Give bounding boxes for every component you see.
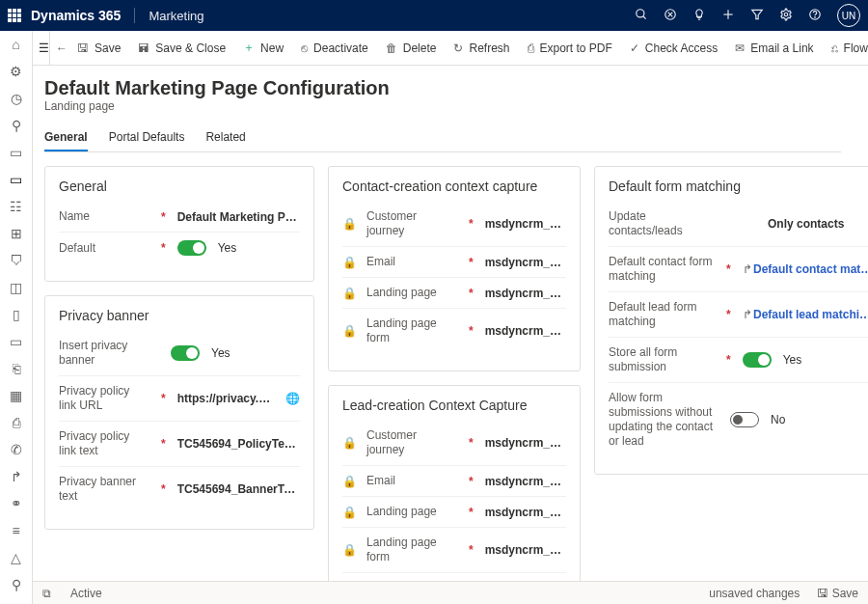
add-icon[interactable] bbox=[721, 8, 735, 24]
delete-label: Delete bbox=[403, 41, 437, 55]
trash-icon: 🗑 bbox=[386, 41, 397, 55]
rail-item-16[interactable]: △ bbox=[11, 550, 21, 565]
lightbulb-icon[interactable] bbox=[692, 8, 706, 24]
global-nav: Dynamics 365 Marketing UN bbox=[0, 0, 868, 31]
back-button[interactable]: ← bbox=[56, 41, 68, 55]
save-close-button[interactable]: 🖬Save & Close bbox=[130, 31, 233, 65]
export-pdf-button[interactable]: ⎙Export to PDF bbox=[520, 31, 620, 65]
lc-lpf-value[interactable]: msdyncrm_marketingf… bbox=[485, 543, 566, 557]
allow-toggle[interactable] bbox=[730, 412, 759, 427]
check-access-button[interactable]: ✓Check Access bbox=[622, 31, 725, 65]
insert-banner-toggle[interactable] bbox=[171, 345, 200, 361]
save-icon: 🖫 bbox=[817, 587, 828, 600]
rail-item-10[interactable]: ▦ bbox=[10, 388, 22, 403]
status-save-button[interactable]: 🖫 Save bbox=[817, 587, 858, 600]
required-indicator: * bbox=[161, 482, 166, 496]
required-indicator: * bbox=[161, 437, 166, 451]
lc-email-value[interactable]: msdyncrm_emailid bbox=[485, 475, 566, 488]
help-icon[interactable] bbox=[808, 8, 822, 24]
default-value: Yes bbox=[218, 241, 237, 255]
store-label: Store all form submission bbox=[609, 345, 715, 374]
new-button[interactable]: ＋New bbox=[235, 31, 291, 65]
avatar[interactable]: UN bbox=[837, 4, 860, 27]
delete-button[interactable]: 🗑Delete bbox=[378, 31, 445, 65]
dcf-value[interactable]: Default contact mat… bbox=[743, 262, 868, 276]
site-map-rail: ⌂ ⚙ ◷ ⚲ ▭ ▭ ☷ ⊞ ⛉ ◫ ▯ ▭ ⎗ ▦ ⎙ ✆ ↱ ⚭ ≡ △ … bbox=[0, 31, 33, 604]
svg-point-6 bbox=[784, 13, 788, 16]
lock-icon: 🔒 bbox=[342, 256, 357, 269]
svg-marker-5 bbox=[752, 10, 763, 18]
app-launcher-icon[interactable] bbox=[8, 9, 21, 22]
rail-clock-icon[interactable]: ◷ bbox=[11, 91, 22, 106]
flow-button[interactable]: ⎌Flow⌄ bbox=[824, 31, 868, 65]
dlf-value[interactable]: Default lead matchi… bbox=[743, 308, 868, 321]
lock-icon: 🔒 bbox=[342, 324, 357, 338]
policy-text-value[interactable]: TC545694_PolicyText_Rng bbox=[177, 437, 300, 451]
tab-portal-defaults[interactable]: Portal Defaults bbox=[109, 124, 185, 151]
rail-item-8[interactable]: ▭ bbox=[10, 334, 22, 349]
cc-lp-label: Landing page bbox=[366, 286, 457, 300]
name-label: Name bbox=[59, 209, 149, 224]
rail-item-7[interactable]: ▯ bbox=[13, 307, 20, 322]
store-toggle[interactable] bbox=[743, 352, 772, 368]
deactivate-label: Deactivate bbox=[313, 41, 368, 55]
rail-item-14[interactable]: ⚭ bbox=[11, 496, 22, 511]
rail-item-13[interactable]: ↱ bbox=[11, 469, 22, 484]
card-form-matching: Default form matching Update contacts/le… bbox=[594, 166, 868, 475]
rail-item-6[interactable]: ◫ bbox=[10, 280, 22, 295]
brand[interactable]: Dynamics 365 bbox=[31, 8, 135, 23]
rail-item-1[interactable]: ▭ bbox=[10, 145, 22, 160]
cc-cj-value[interactable]: msdyncrm_customerjo… bbox=[485, 217, 566, 231]
default-label: Default bbox=[59, 241, 149, 256]
deactivate-button[interactable]: ⎋Deactivate bbox=[293, 31, 376, 65]
record-status: Active bbox=[70, 587, 102, 600]
search-icon[interactable] bbox=[635, 8, 648, 24]
rail-pin-icon[interactable]: ⚲ bbox=[12, 118, 21, 133]
rail-item-15[interactable]: ≡ bbox=[12, 523, 19, 538]
lc-lp-value[interactable]: msdyncrm_marketingp… bbox=[485, 506, 566, 519]
module-name[interactable]: Marketing bbox=[135, 9, 203, 23]
deactivate-icon: ⎋ bbox=[301, 41, 308, 55]
name-value[interactable]: Default Marketing Page … bbox=[177, 210, 300, 224]
refresh-icon: ↻ bbox=[453, 41, 463, 55]
command-bar: ☰ ← 🖫Save 🖬Save & Close ＋New ⎋Deactivate… bbox=[33, 31, 868, 66]
rail-item-12[interactable]: ✆ bbox=[11, 442, 22, 457]
rail-item-11[interactable]: ⎙ bbox=[13, 415, 20, 430]
tab-general[interactable]: General bbox=[44, 124, 88, 151]
filter-icon[interactable] bbox=[750, 8, 764, 24]
email-link-button[interactable]: ✉Email a Link bbox=[727, 31, 821, 65]
cc-email-value[interactable]: msdyncrm_emailid bbox=[485, 256, 566, 269]
cc-lp-value[interactable]: msdyncrm_marketingp… bbox=[485, 287, 566, 300]
save-close-label: Save & Close bbox=[155, 41, 226, 55]
policy-url-value[interactable]: https://privacy.micro… bbox=[177, 392, 274, 405]
lc-cj-value[interactable]: msdyncrm_customerjo… bbox=[485, 436, 566, 450]
save-close-icon: 🖬 bbox=[138, 41, 149, 55]
save-icon: 🖫 bbox=[77, 41, 89, 55]
assistant-icon[interactable] bbox=[664, 8, 677, 24]
rail-home-icon[interactable]: ⌂ bbox=[12, 37, 19, 52]
rail-item-4[interactable]: ⊞ bbox=[11, 226, 22, 241]
card-privacy-heading: Privacy banner bbox=[59, 308, 300, 323]
rail-gear-icon[interactable]: ⚙ bbox=[10, 64, 22, 79]
banner-text-value[interactable]: TC545694_BannerText_TjO bbox=[177, 482, 300, 496]
required-indicator: * bbox=[161, 241, 166, 255]
update-value[interactable]: Only contacts bbox=[740, 217, 868, 231]
rail-item-2[interactable]: ▭ bbox=[10, 172, 22, 187]
refresh-button[interactable]: ↻Refresh bbox=[446, 31, 517, 65]
pdf-icon: ⎙ bbox=[528, 41, 534, 55]
cc-lpf-value[interactable]: msdyncrm_marketingf… bbox=[485, 324, 566, 338]
popout-icon[interactable]: ⧉ bbox=[42, 587, 51, 600]
globe-icon[interactable]: 🌐 bbox=[285, 392, 300, 405]
allow-value: No bbox=[771, 413, 785, 426]
default-toggle[interactable] bbox=[177, 240, 206, 256]
tab-related[interactable]: Related bbox=[205, 124, 245, 151]
hamburger-icon[interactable]: ☰ bbox=[39, 31, 50, 65]
rail-item-5[interactable]: ⛉ bbox=[10, 253, 23, 268]
rail-item-9[interactable]: ⎗ bbox=[13, 361, 20, 376]
settings-icon[interactable] bbox=[779, 8, 793, 24]
rail-item-17[interactable]: ⚲ bbox=[12, 577, 21, 592]
save-button[interactable]: 🖫Save bbox=[69, 31, 128, 65]
card-matching-heading: Default form matching bbox=[609, 178, 868, 194]
rail-item-3[interactable]: ☷ bbox=[10, 199, 22, 214]
required-indicator: * bbox=[161, 210, 166, 224]
